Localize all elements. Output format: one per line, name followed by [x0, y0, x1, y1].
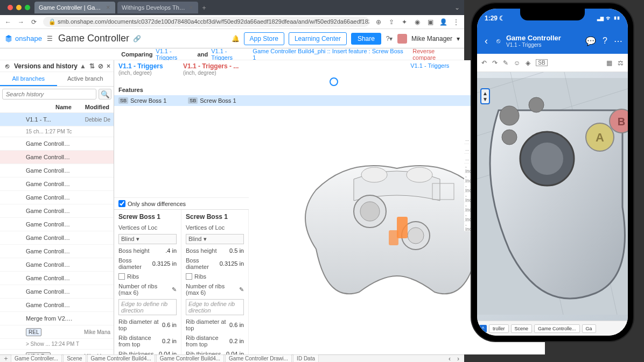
user-name[interactable]: Mike Manager: [411, 35, 452, 42]
display-icon[interactable]: ▦: [606, 59, 612, 67]
link-icon[interactable]: ⊘: [98, 62, 103, 70]
bottom-tab[interactable]: Scene: [63, 354, 86, 362]
menu-icon[interactable]: ⋮: [452, 18, 460, 26]
close-icon[interactable]: ×: [105, 4, 111, 11]
profile-icon[interactable]: 👤: [439, 18, 447, 26]
search-button[interactable]: 🔍: [99, 89, 111, 100]
branch-left-label[interactable]: V1.1 - Triggers: [410, 62, 449, 76]
version-row[interactable]: RELMike Mana: [0, 325, 114, 339]
sb-icon[interactable]: SB: [536, 59, 547, 66]
extensions-icon[interactable]: ✦: [401, 18, 408, 26]
phone-model: A B: [477, 72, 628, 321]
phone-tab[interactable]: Scene: [511, 324, 533, 333]
phone-subtitle: V1.1 - Triggers: [506, 42, 561, 48]
version-row[interactable]: Game Controller Bu...: [0, 178, 114, 191]
version-row[interactable]: Game Controller Bu...: [0, 204, 114, 218]
edit-icon[interactable]: ✎: [503, 59, 508, 67]
reload-icon[interactable]: ⟳: [30, 18, 38, 26]
learning-center-button[interactable]: Learning Center: [289, 32, 347, 45]
minimize-window-icon[interactable]: [16, 5, 22, 10]
measure-icon[interactable]: ⚖: [618, 59, 624, 67]
version-row[interactable]: Game Controller Bu...: [0, 285, 114, 299]
version-row[interactable]: V2.1 BaMike Mana: [0, 350, 114, 354]
close-icon[interactable]: ×: [107, 62, 110, 70]
share-icon[interactable]: ⇪: [388, 18, 395, 26]
version-row[interactable]: Game Controller B...: [0, 151, 114, 164]
chevron-up-icon[interactable]: ^: [479, 325, 487, 332]
bottom-tab[interactable]: Game Controller Build4...: [156, 354, 224, 362]
scroll-right-icon[interactable]: ›: [454, 355, 462, 363]
chevron-down-icon[interactable]: ⌄: [453, 4, 461, 11]
help-icon[interactable]: ?▾: [386, 35, 393, 42]
forward-icon[interactable]: →: [17, 18, 25, 26]
back-icon[interactable]: ←: [4, 18, 12, 26]
version-row[interactable]: Game Controller Bu...: [0, 231, 114, 245]
face-icon[interactable]: ☺: [514, 59, 520, 67]
tree-icon[interactable]: ⎋: [3, 62, 11, 70]
chevron-down-icon[interactable]: ▾: [457, 35, 460, 42]
phone-3d-viewport[interactable]: A B ▲▼: [477, 72, 628, 321]
bottom-tab[interactable]: ID Data: [293, 354, 319, 362]
new-tab-icon[interactable]: ＋: [200, 4, 208, 11]
browser-tab-2[interactable]: Withings Develops The World'...×: [117, 2, 198, 13]
extension-2-icon[interactable]: ▣: [426, 18, 434, 26]
phone-tab[interactable]: Game Controlle...: [534, 324, 580, 333]
more-icon[interactable]: ⋯: [614, 36, 622, 46]
compare-detail-link[interactable]: Game Controller Build4_phi :: Insert fea…: [253, 48, 406, 61]
close-icon[interactable]: ×: [188, 4, 194, 11]
close-window-icon[interactable]: [8, 5, 13, 10]
bottom-tab[interactable]: Game Controller...: [11, 354, 62, 362]
section-icon[interactable]: ◈: [526, 59, 530, 67]
version-row[interactable]: Game Controller Bu...: [0, 137, 114, 151]
tab-all-branches[interactable]: All branches: [0, 72, 57, 86]
only-diff-checkbox[interactable]: [118, 200, 125, 207]
col-name: Name: [4, 104, 72, 110]
compare-right-link[interactable]: V1.1 - Triggers: [211, 48, 249, 61]
reverse-compare-link[interactable]: Reverse compare: [412, 48, 459, 61]
compare-left-link[interactable]: V1.1 - Triggers: [156, 48, 194, 61]
zoom-window-icon[interactable]: [25, 5, 30, 10]
scroll-left-icon[interactable]: ‹: [446, 355, 453, 363]
wifi-battery-icons: ▂▅ ᯤ ▮▮: [597, 15, 620, 22]
onshape-logo[interactable]: onshape: [4, 34, 42, 43]
version-row[interactable]: Game Controller Bu...: [0, 272, 114, 285]
phone-tab[interactable]: Ga: [582, 324, 596, 333]
cmp-left-name[interactable]: V1.1 - Triggers: [118, 62, 183, 70]
notification-icon[interactable]: 🔔: [232, 35, 240, 42]
version-row[interactable]: Game Controller Bu...: [0, 245, 114, 258]
version-row[interactable]: Merge from V2.1 Ba...: [0, 312, 114, 325]
version-row[interactable]: Game Controller Bu...: [0, 299, 114, 312]
undo-icon[interactable]: ↶: [481, 59, 487, 67]
back-icon[interactable]: ‹: [482, 37, 490, 45]
version-row[interactable]: V1.1 - T...Debbie De: [0, 113, 114, 126]
cmp-right-name[interactable]: V1.1 - Triggers - ...: [183, 62, 248, 70]
browser-urlbar: ← → ⟳ 🔒 smb.onshape.com/documents/c0372d…: [0, 15, 464, 29]
browser-tab-1[interactable]: Game Controller | Game Contr...×: [34, 2, 115, 13]
tab-active-branch[interactable]: Active branch: [57, 72, 114, 86]
tree-icon[interactable]: ⎋: [494, 37, 502, 45]
extension-onshape-icon[interactable]: ◉: [414, 18, 421, 26]
translate-icon[interactable]: ⊕: [375, 18, 382, 26]
redo-icon[interactable]: ↷: [492, 59, 498, 67]
url-field[interactable]: 🔒 smb.onshape.com/documents/c0372de100d7…: [43, 17, 369, 27]
bottom-tab[interactable]: Game Controller Drawi...: [225, 354, 292, 362]
version-row[interactable]: Game Controller Bu...: [0, 218, 114, 231]
link-icon[interactable]: 🔗: [134, 35, 141, 42]
version-row[interactable]: Game Controller Bu...: [0, 258, 114, 272]
filter-icon[interactable]: ▲: [80, 62, 86, 70]
chat-icon[interactable]: 💬: [585, 36, 596, 46]
version-row[interactable]: Game Controller Bu...: [0, 164, 114, 178]
zoom-control[interactable]: ▲▼: [480, 88, 490, 104]
avatar[interactable]: [397, 34, 407, 44]
branch-icon[interactable]: ⇅: [89, 62, 95, 70]
version-row[interactable]: Game Controller Bu...: [0, 191, 114, 204]
help-icon[interactable]: ?: [603, 36, 607, 46]
share-button[interactable]: Share: [351, 33, 381, 45]
bottom-tab[interactable]: Game Controller Build4...: [87, 354, 155, 363]
window-controls[interactable]: [8, 5, 30, 10]
search-history-input[interactable]: [2, 89, 96, 100]
app-store-button[interactable]: App Store: [244, 32, 284, 45]
phone-tab[interactable]: troller: [489, 324, 509, 333]
add-tab-icon[interactable]: ＋: [2, 355, 10, 363]
hamburger-icon[interactable]: ☰: [46, 35, 54, 42]
